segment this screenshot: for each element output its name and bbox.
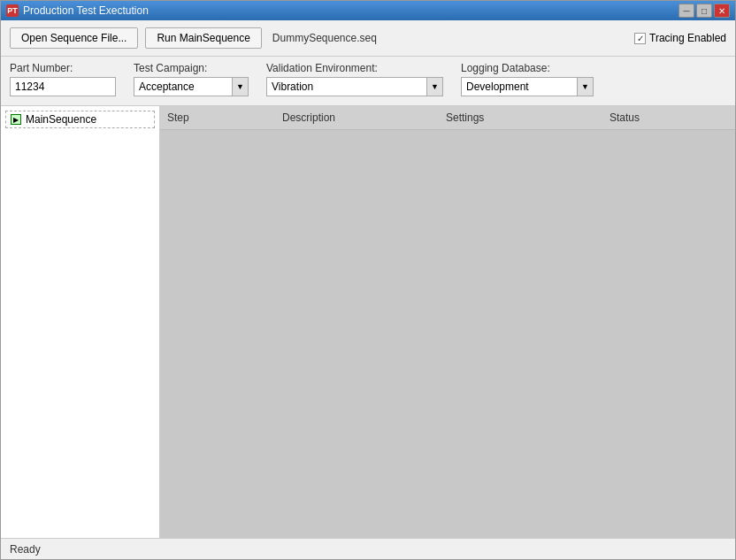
params-row: Part Number: Test Campaign: Acceptance ▼…: [1, 57, 735, 106]
test-campaign-select[interactable]: Acceptance ▼: [134, 77, 249, 96]
logging-db-label: Logging Database:: [461, 62, 594, 74]
test-campaign-arrow[interactable]: ▼: [232, 78, 248, 96]
close-button[interactable]: ✕: [714, 4, 730, 18]
toolbar: Open Sequence File... Run MainSequence D…: [1, 20, 735, 57]
tracing-section: ✓ Tracing Enabled: [634, 32, 726, 44]
main-content: ▶ MainSequence Step Description Settings…: [1, 106, 735, 538]
test-campaign-value: Acceptance: [134, 79, 232, 95]
sequence-item-label: MainSequence: [26, 113, 96, 126]
logging-db-select[interactable]: Development ▼: [461, 77, 594, 96]
col-header-description: Description: [275, 110, 439, 126]
validation-env-value: Vibration: [267, 79, 426, 95]
validation-env-label: Validation Environment:: [266, 62, 443, 74]
status-bar: Ready: [1, 538, 735, 559]
sequence-item-mainsequence[interactable]: ▶ MainSequence: [5, 111, 155, 128]
validation-env-group: Validation Environment: Vibration ▼: [266, 62, 443, 96]
steps-header: Step Description Settings Status: [160, 106, 735, 130]
title-bar-left: PT Production Test Exectution: [6, 4, 149, 17]
window-title: Production Test Exectution: [23, 4, 149, 17]
col-header-status: Status: [602, 110, 735, 126]
app-icon: PT: [6, 4, 19, 17]
title-bar: PT Production Test Exectution ─ □ ✕: [1, 1, 735, 20]
sequence-icon: ▶: [10, 113, 22, 126]
test-campaign-label: Test Campaign:: [134, 62, 249, 74]
validation-env-arrow[interactable]: ▼: [426, 78, 442, 96]
tracing-label: Tracing Enabled: [649, 32, 726, 44]
part-number-input[interactable]: [10, 77, 116, 96]
main-window: PT Production Test Exectution ─ □ ✕ Open…: [0, 0, 736, 560]
validation-env-select[interactable]: Vibration ▼: [266, 77, 443, 96]
logging-db-value: Development: [462, 79, 577, 95]
minimize-button[interactable]: ─: [678, 4, 694, 18]
sequence-filename: DummySequence.seq: [272, 32, 377, 44]
run-main-sequence-button[interactable]: Run MainSequence: [145, 27, 261, 49]
maximize-button[interactable]: □: [696, 4, 712, 18]
steps-panel: Step Description Settings Status: [160, 106, 735, 538]
col-header-step: Step: [160, 110, 275, 126]
col-header-settings: Settings: [439, 110, 602, 126]
part-number-group: Part Number:: [10, 62, 116, 96]
open-sequence-button[interactable]: Open Sequence File...: [10, 27, 138, 49]
logging-db-group: Logging Database: Development ▼: [461, 62, 594, 96]
part-number-label: Part Number:: [10, 62, 116, 74]
steps-body: [160, 130, 735, 538]
sequence-panel: ▶ MainSequence: [1, 106, 160, 538]
sequence-icon-inner: ▶: [11, 114, 21, 125]
tracing-checkbox[interactable]: ✓: [634, 33, 646, 44]
title-controls: ─ □ ✕: [678, 4, 730, 18]
logging-db-arrow[interactable]: ▼: [577, 78, 593, 96]
test-campaign-group: Test Campaign: Acceptance ▼: [134, 62, 249, 96]
status-text: Ready: [10, 543, 41, 556]
